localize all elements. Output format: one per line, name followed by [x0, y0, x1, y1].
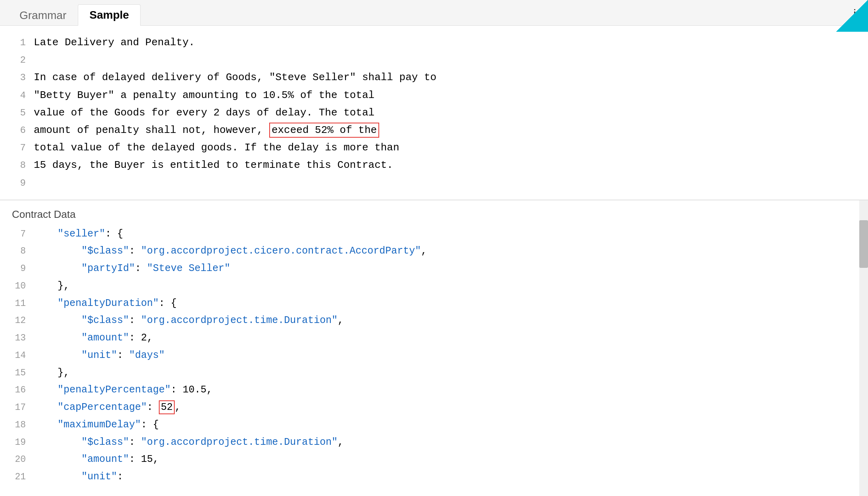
json-line-16: 16 "penaltyPercentage": 10.5,	[12, 381, 856, 399]
json-linenum-19: 19	[12, 434, 34, 450]
tab-grammar[interactable]: Grammar	[8, 5, 78, 26]
json-linecontent-19: "$class": "org.accordproject.time.Durati…	[34, 434, 856, 451]
line-content-1: Late Delivery and Penalty.	[34, 34, 856, 51]
json-linenum-18: 18	[12, 417, 34, 433]
json-key-class19: "$class"	[81, 436, 129, 448]
json-val-class12: "org.accordproject.time.Duration"	[141, 315, 338, 326]
tab-sample[interactable]: Sample	[78, 4, 141, 26]
json-key-class12: "$class"	[81, 315, 129, 326]
json-linecontent-21: "unit":	[34, 468, 856, 486]
code-line-2: 2	[12, 51, 856, 69]
main-content: 1 Late Delivery and Penalty. 2 3 In case…	[0, 26, 868, 496]
json-linenum-8: 8	[12, 243, 34, 259]
json-line-18: 18 "maximumDelay": {	[12, 416, 856, 434]
json-linecontent-14: "unit": "days"	[34, 347, 856, 364]
line-content-6: amount of penalty shall not, however, ex…	[34, 121, 856, 139]
code-lines: 1 Late Delivery and Penalty. 2 3 In case…	[12, 34, 856, 192]
scrollbar[interactable]	[859, 200, 868, 496]
line-content-3: In case of delayed delivery of Goods, "S…	[34, 69, 856, 86]
json-linecontent-17: "capPercentage": 52,	[34, 399, 856, 416]
line-num-5: 5	[12, 105, 34, 121]
json-key-maximumdelay: "maximumDelay"	[58, 419, 141, 431]
json-key-partyid: "partyId"	[81, 263, 135, 274]
json-key-penaltypercentage: "penaltyPercentage"	[58, 384, 171, 396]
json-linenum-21: 21	[12, 469, 34, 485]
line-num-1: 1	[12, 35, 34, 51]
json-code: 7 "seller": { 8 "$class": "org.accordpro…	[12, 225, 856, 486]
scrollbar-thumb[interactable]	[859, 220, 868, 268]
line-num-9: 9	[12, 175, 34, 192]
json-linenum-17: 17	[12, 400, 34, 415]
code-line-4: 4 "Betty Buyer" a penalty amounting to 1…	[12, 87, 856, 104]
json-line-19: 19 "$class": "org.accordproject.time.Dur…	[12, 434, 856, 451]
json-highlight-cappercentage: 52	[159, 400, 175, 414]
json-line-20: 20 "amount": 15,	[12, 451, 856, 468]
line-num-8: 8	[12, 158, 34, 174]
json-line-10: 10 },	[12, 277, 856, 295]
json-line-17: 17 "capPercentage": 52,	[12, 399, 856, 416]
json-linecontent-20: "amount": 15,	[34, 451, 856, 468]
line-num-7: 7	[12, 140, 34, 156]
json-line-14: 14 "unit": "days"	[12, 347, 856, 364]
json-key-cappercentage: "capPercentage"	[58, 402, 147, 413]
tabs-bar: Grammar Sample i	[0, 0, 868, 26]
json-val-unit14: "days"	[129, 350, 165, 361]
json-key-amount13: "amount"	[81, 332, 129, 344]
line-num-6: 6	[12, 123, 34, 139]
json-line-13: 13 "amount": 2,	[12, 329, 856, 347]
code-line-6: 6 amount of penalty shall not, however, …	[12, 121, 856, 139]
json-line-15: 15 },	[12, 364, 856, 382]
json-key-seller: "seller"	[58, 228, 105, 240]
corner-accent	[836, 0, 868, 32]
app-container: Grammar Sample i 1 Late Delivery and Pen…	[0, 0, 868, 496]
line-content-4: "Betty Buyer" a penalty amounting to 10.…	[34, 87, 856, 104]
code-line-9: 9	[12, 174, 856, 192]
json-linecontent-9: "partyId": "Steve Seller"	[34, 260, 856, 277]
code-line-5: 5 value of the Goods for every 2 days of…	[12, 104, 856, 121]
json-linecontent-13: "amount": 2,	[34, 329, 856, 347]
json-line-11: 11 "penaltyDuration": {	[12, 295, 856, 312]
json-linenum-10: 10	[12, 278, 34, 294]
line-num-3: 3	[12, 70, 34, 86]
json-line-9: 9 "partyId": "Steve Seller"	[12, 260, 856, 277]
json-linecontent-12: "$class": "org.accordproject.time.Durati…	[34, 312, 856, 329]
contract-data-title: Contract Data	[12, 208, 856, 221]
json-linecontent-15: },	[34, 364, 856, 382]
code-line-1: 1 Late Delivery and Penalty.	[12, 34, 856, 51]
line-content-5: value of the Goods for every 2 days of d…	[34, 104, 856, 121]
json-line-21: 21 "unit":	[12, 468, 856, 486]
json-linenum-16: 16	[12, 382, 34, 398]
json-line-12: 12 "$class": "org.accordproject.time.Dur…	[12, 312, 856, 329]
json-linenum-20: 20	[12, 452, 34, 467]
json-val-partyid: "Steve Seller"	[147, 263, 230, 274]
json-line-7: 7 "seller": {	[12, 225, 856, 243]
text-editor-section: 1 Late Delivery and Penalty. 2 3 In case…	[0, 26, 868, 200]
json-linenum-14: 14	[12, 348, 34, 363]
code-line-7: 7 total value of the delayed goods. If t…	[12, 139, 856, 156]
line-content-2	[34, 51, 856, 69]
json-key-unit21: "unit"	[81, 471, 117, 483]
json-linecontent-10: },	[34, 277, 856, 295]
json-key-unit14: "unit"	[81, 350, 117, 361]
code-line-8: 8 15 days, the Buyer is entitled to term…	[12, 156, 856, 174]
json-linecontent-16: "penaltyPercentage": 10.5,	[34, 381, 856, 399]
json-linenum-7: 7	[12, 226, 34, 242]
line-num-4: 4	[12, 88, 34, 104]
line-content-8: 15 days, the Buyer is entitled to termin…	[34, 156, 856, 174]
json-key-class8: "$class"	[81, 245, 129, 257]
json-linenum-12: 12	[12, 313, 34, 329]
json-linenum-9: 9	[12, 261, 34, 277]
json-linecontent-11: "penaltyDuration": {	[34, 295, 856, 312]
json-linecontent-18: "maximumDelay": {	[34, 416, 856, 434]
text-highlight-box: exceed 52% of the	[269, 123, 379, 138]
json-val-class8: "org.accordproject.cicero.contract.Accor…	[141, 245, 421, 257]
json-linecontent-7: "seller": {	[34, 225, 856, 243]
json-key-amount20: "amount"	[81, 454, 129, 465]
json-val-class19: "org.accordproject.time.Duration"	[141, 436, 338, 448]
line-content-9	[34, 174, 856, 192]
json-linecontent-8: "$class": "org.accordproject.cicero.cont…	[34, 242, 856, 260]
json-linenum-15: 15	[12, 365, 34, 381]
json-line-8: 8 "$class": "org.accordproject.cicero.co…	[12, 242, 856, 260]
contract-data-section: Contract Data 7 "seller": { 8 "$class": …	[0, 200, 868, 496]
line-content-7: total value of the delayed goods. If the…	[34, 139, 856, 156]
